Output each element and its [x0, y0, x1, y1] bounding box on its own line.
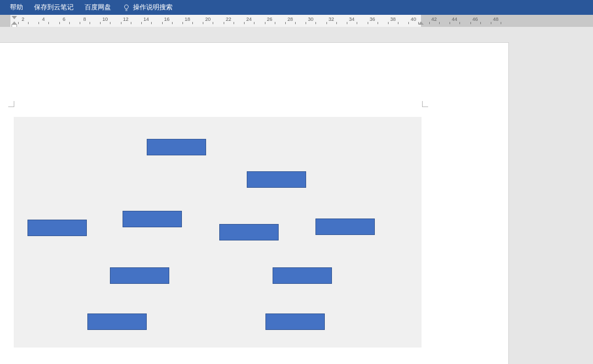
menu-save-cloud[interactable]: 保存到云笔记: [29, 0, 79, 15]
ruler-number: 18: [185, 16, 190, 22]
drawing-canvas[interactable]: [14, 117, 422, 348]
ruler-number: 36: [369, 16, 375, 22]
tell-me-label: 操作说明搜索: [133, 0, 173, 15]
ruler-number: 24: [246, 16, 252, 22]
document-page[interactable]: [0, 43, 508, 364]
rectangle-shape[interactable]: [110, 267, 169, 284]
ruler-number: 44: [452, 16, 457, 22]
ruler-number: 34: [349, 16, 354, 22]
ruler-number: 32: [329, 16, 334, 22]
ruler-number: 46: [472, 16, 478, 22]
ruler-number: 6: [63, 16, 65, 22]
menu-help[interactable]: 帮助: [4, 0, 29, 15]
rectangle-shape[interactable]: [315, 219, 375, 235]
rectangle-shape[interactable]: [219, 224, 279, 240]
margin-corner-tl: [8, 101, 14, 107]
ruler-number: 30: [308, 16, 313, 22]
ruler-number: 40: [411, 16, 416, 22]
rectangle-shape[interactable]: [273, 267, 332, 284]
ruler-number: 38: [390, 16, 396, 22]
ruler-number: 28: [287, 16, 293, 22]
ruler-number: 20: [205, 16, 210, 22]
ruler-inactive-right: [421, 15, 593, 27]
horizontal-ruler[interactable]: 2468101214161820222426283032343638404244…: [0, 15, 593, 27]
ruler-number: 16: [164, 16, 169, 22]
menu-baidu-pan[interactable]: 百度网盘: [79, 0, 117, 15]
ruler-number: 4: [42, 16, 45, 22]
ruler-number: 22: [226, 16, 231, 22]
lightbulb-icon: [122, 3, 131, 12]
ruler-number: 48: [493, 16, 498, 22]
rectangle-shape[interactable]: [87, 313, 147, 330]
ruler-inactive-left: [0, 15, 10, 27]
workspace: [0, 27, 593, 364]
margin-corner-tr: [422, 101, 428, 107]
ruler-number: 42: [431, 16, 437, 22]
ruler-number: 10: [102, 16, 108, 22]
ruler-number: 8: [83, 16, 86, 22]
ruler-number: 14: [143, 16, 149, 22]
rectangle-shape[interactable]: [123, 211, 182, 227]
rectangle-shape[interactable]: [247, 171, 306, 188]
ruler-number: 26: [267, 16, 272, 22]
rectangle-shape[interactable]: [147, 139, 206, 155]
rectangle-shape[interactable]: [27, 220, 87, 236]
menu-bar: 帮助 保存到云笔记 百度网盘 操作说明搜索: [0, 0, 593, 15]
tell-me-search[interactable]: 操作说明搜索: [117, 0, 178, 15]
rectangle-shape[interactable]: [265, 313, 325, 330]
ruler-number: 2: [21, 16, 24, 22]
ruler-number: 12: [123, 16, 129, 22]
